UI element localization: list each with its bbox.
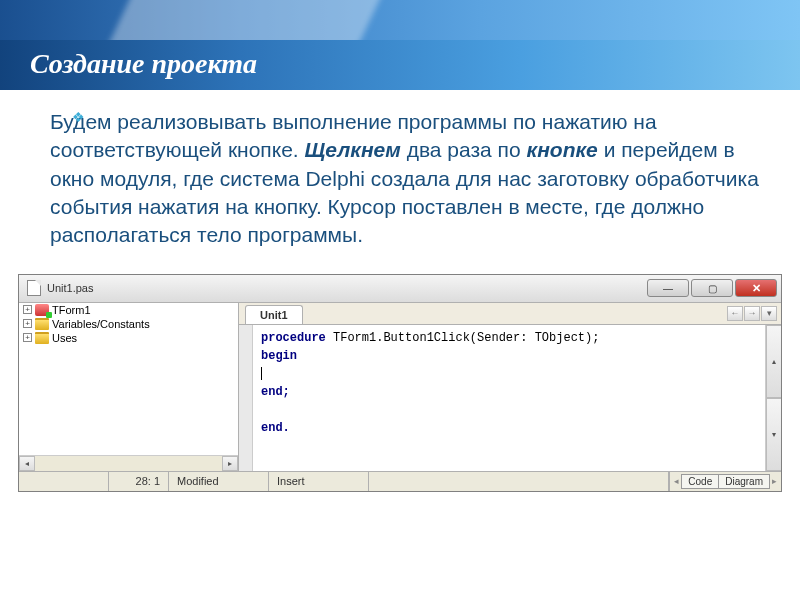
folder-icon: [35, 318, 49, 330]
slide-title-bar: Создание проекта: [0, 40, 800, 90]
expand-icon[interactable]: +: [23, 319, 32, 328]
tab-scroll-left-icon[interactable]: ◂: [674, 476, 679, 486]
expand-icon[interactable]: +: [23, 305, 32, 314]
scroll-down-button[interactable]: ▾: [766, 398, 781, 471]
slide-header-decoration: [0, 0, 800, 40]
code-editor-window: Unit1.pas — ▢ ✕ + TForm1 + Variables/Con…: [18, 274, 782, 492]
slide-paragraph: ❖ Будем реализовывать выполнение програм…: [50, 108, 770, 250]
status-cell-spacer: [369, 472, 669, 491]
tree-item-tform1[interactable]: + TForm1: [19, 303, 238, 317]
scroll-left-button[interactable]: ◂: [19, 456, 35, 471]
view-tabs: ◂ Code Diagram ▸: [669, 472, 781, 491]
tab-prev-button[interactable]: ←: [727, 306, 743, 321]
minimize-button[interactable]: —: [647, 279, 689, 297]
structure-tree-pane: + TForm1 + Variables/Constants + Uses ◂ …: [19, 303, 239, 471]
slide-title: Создание проекта: [30, 48, 770, 80]
folder-icon: [35, 332, 49, 344]
window-titlebar[interactable]: Unit1.pas — ▢ ✕: [19, 275, 781, 303]
window-title: Unit1.pas: [47, 282, 647, 294]
code-gutter: [239, 325, 253, 471]
editor-tab-row: Unit1 ← → ▾: [239, 303, 781, 325]
status-bar: 28: 1 Modified Insert ◂ Code Diagram ▸: [19, 471, 781, 491]
status-modified: Modified: [169, 472, 269, 491]
slide-content: ❖ Будем реализовывать выполнение програм…: [0, 90, 800, 260]
view-tab-code[interactable]: Code: [681, 474, 719, 489]
tree-item-uses[interactable]: + Uses: [19, 331, 238, 345]
tree-item-label: TForm1: [52, 304, 91, 316]
tab-menu-button[interactable]: ▾: [761, 306, 777, 321]
tab-next-button[interactable]: →: [744, 306, 760, 321]
close-button[interactable]: ✕: [735, 279, 777, 297]
expand-icon[interactable]: +: [23, 333, 32, 342]
tree-horizontal-scrollbar[interactable]: ◂ ▸: [19, 455, 238, 471]
text-cursor: [261, 367, 262, 380]
tab-scroll-right-icon[interactable]: ▸: [772, 476, 777, 486]
status-insert-mode: Insert: [269, 472, 369, 491]
tree-item-variables[interactable]: + Variables/Constants: [19, 317, 238, 331]
code-editor[interactable]: procedure TForm1.Button1Click(Sender: TO…: [253, 325, 765, 471]
scroll-right-button[interactable]: ▸: [222, 456, 238, 471]
editor-vertical-scrollbar[interactable]: ▴ ▾: [765, 325, 781, 471]
bullet-icon: ❖: [72, 108, 85, 127]
scroll-track[interactable]: [35, 456, 222, 471]
editor-pane: Unit1 ← → ▾ procedure TForm1.Button1Clic…: [239, 303, 781, 471]
scroll-up-button[interactable]: ▴: [766, 325, 781, 398]
status-cursor-position: 28: 1: [109, 472, 169, 491]
view-tab-diagram[interactable]: Diagram: [719, 474, 770, 489]
tree-item-label: Uses: [52, 332, 77, 344]
status-cell-empty: [19, 472, 109, 491]
editor-tab-unit1[interactable]: Unit1: [245, 305, 303, 324]
form-icon: [35, 304, 49, 316]
tree-item-label: Variables/Constants: [52, 318, 150, 330]
file-icon: [27, 280, 41, 296]
maximize-button[interactable]: ▢: [691, 279, 733, 297]
